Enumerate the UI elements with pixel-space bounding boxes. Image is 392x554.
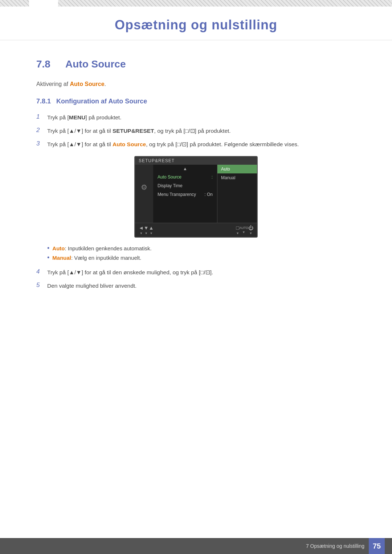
monitor-btn-left-label: ▼ (139, 231, 143, 235)
top-bar-tab (29, 0, 58, 7)
monitor-bottom-bar: ◄ ▼ ▼ ▼ ▲ ▼ □ ▼ AUTO ▼ ⏻ ▼ (135, 223, 257, 237)
activation-highlight: Auto Source (70, 81, 104, 87)
step-5: 5 Den valgte mulighed bliver anvendt. (36, 282, 356, 291)
monitor-btn-enter: □ ▼ (236, 225, 239, 235)
subsection-number: 7.8.1 (36, 98, 51, 105)
monitor-title-bar: SETUP&RESET (135, 157, 257, 165)
subsection-781-heading: 7.8.1 Konfiguration af Auto Source (36, 98, 356, 105)
monitor-btn-down-icon: ▼ (144, 225, 149, 231)
menu-item-displaytime-label: Display Time (158, 183, 183, 188)
monitor-left-panel: ⚙ (135, 165, 153, 223)
page-title: Opsætning og nulstilling (0, 17, 392, 33)
top-decorative-bar (0, 0, 392, 7)
step-5-text: Den valgte mulighed bliver anvendt. (47, 282, 136, 291)
bullet-auto: • Auto: Inputkilden genkendes automatisk… (47, 245, 356, 251)
monitor-btn-power-label: ▼ (249, 231, 253, 235)
step-2-text: Tryk på [▲/▼] for at gå til SETUP&RESET,… (47, 127, 231, 136)
subsection-title: Konfiguration af Auto Source (56, 98, 147, 105)
step-1-text: Tryk på [MENU] på produktet. (47, 113, 121, 122)
steps-list-1-3: 1 Tryk på [MENU] på produktet. 2 Tryk på… (36, 113, 356, 149)
monitor-title-text: SETUP&RESET (139, 158, 175, 163)
monitor-sub-manual: Manual (217, 173, 257, 182)
monitor-btn-enter-icon: □ (236, 225, 239, 231)
bullet-list: • Auto: Inputkilden genkendes automatisk… (47, 245, 356, 261)
monitor-gear-icon: ⚙ (141, 183, 147, 192)
step-3-num: 3 (36, 140, 47, 147)
monitor-content: ⚙ ▲ Auto Source : Display Time Menu Tran… (135, 165, 257, 223)
activation-suffix: . (105, 81, 106, 87)
section-number: 7.8 (36, 58, 58, 70)
monitor-btn-down: ▼ ▼ (144, 225, 149, 235)
bullet-dot-2: • (47, 254, 49, 261)
monitor-btn-up: ▲ ▼ (149, 225, 154, 235)
bullet-manual-term: Manual (52, 255, 71, 261)
monitor-btn-up-label: ▼ (150, 231, 153, 235)
step-1: 1 Tryk på [MENU] på produktet. (36, 113, 356, 122)
monitor-btn-left: ◄ ▼ (139, 225, 144, 235)
step-2-num: 2 (36, 127, 47, 134)
menu-item-transparency-value: : On (204, 192, 213, 197)
bullet-manual-text: Manual: Vælg en inputkilde manuelt. (52, 255, 141, 261)
monitor-btn-power: ⏻ ▼ (248, 225, 253, 235)
monitor-menu-item-autosource: Auto Source : (153, 173, 217, 181)
footer-page-number: 75 (369, 538, 385, 554)
step-2: 2 Tryk på [▲/▼] for at gå til SETUP&RESE… (36, 127, 356, 136)
monitor-arrow-up: ▲ (153, 165, 217, 173)
step-4-num: 4 (36, 268, 47, 275)
monitor-btn-left-icon: ◄ (139, 225, 144, 231)
step-2-bold: SETUP&RESET (113, 128, 154, 134)
monitor-sub-auto: Auto (217, 165, 257, 173)
monitor-btn-auto: AUTO ▼ (239, 226, 248, 234)
activation-prefix: Aktivering af (36, 81, 70, 87)
step-3-text: Tryk på [▲/▼] for at gå til Auto Source,… (47, 140, 299, 149)
step-3: 3 Tryk på [▲/▼] for at gå til Auto Sourc… (36, 140, 356, 149)
main-content: 7.8 Auto Source Aktivering af Auto Sourc… (0, 40, 392, 324)
monitor-menu-item-transparency: Menu Transparency : On (153, 190, 217, 199)
menu-item-autosource-colon: : (212, 175, 213, 180)
section-title: Auto Source (65, 58, 126, 70)
steps-list-4-5: 4 Tryk på [▲/▼] for at gå til den ønsked… (36, 268, 356, 291)
bullet-dot-1: • (47, 245, 49, 251)
step-1-num: 1 (36, 113, 47, 120)
step-4-text: Tryk på [▲/▼] for at gå til den ønskede … (47, 268, 213, 277)
monitor-btn-up-icon: ▲ (149, 225, 154, 231)
monitor-btn-enter-label: ▼ (236, 231, 239, 235)
step-5-num: 5 (36, 282, 47, 289)
monitor-btn-down-label: ▼ (144, 231, 148, 235)
menu-item-autosource-label: Auto Source (158, 175, 181, 180)
step-3-highlight: Auto Source (113, 141, 146, 147)
bullet-auto-text: Auto: Inputkilden genkendes automatisk. (52, 245, 151, 251)
bullet-manual: • Manual: Vælg en inputkilde manuelt. (47, 254, 356, 261)
monitor-screenshot: SETUP&RESET ⚙ ▲ Auto Source : Display Ti… (134, 156, 258, 238)
activation-text: Aktivering af Auto Source. (36, 81, 356, 87)
monitor-sub-panel: Auto Manual (217, 165, 257, 223)
monitor-btn-power-icon: ⏻ (248, 225, 253, 231)
monitor-btn-auto-icon: AUTO (239, 226, 248, 230)
footer-section-text: 7 Opsætning og nulstilling (306, 543, 364, 549)
menu-item-transparency-label: Menu Transparency (158, 192, 196, 197)
step-1-bold: MENU (69, 114, 86, 120)
page-footer: 7 Opsætning og nulstilling 75 (0, 538, 392, 554)
step-4: 4 Tryk på [▲/▼] for at gå til den ønsked… (36, 268, 356, 277)
monitor-menu: ▲ Auto Source : Display Time Menu Transp… (153, 165, 217, 223)
bullet-auto-term: Auto (52, 245, 65, 251)
monitor-menu-item-displaytime: Display Time (153, 181, 217, 190)
monitor-btn-auto-label: ▼ (242, 230, 245, 234)
page-header: Opsætning og nulstilling (0, 7, 392, 40)
section-78-heading: 7.8 Auto Source (36, 58, 356, 70)
